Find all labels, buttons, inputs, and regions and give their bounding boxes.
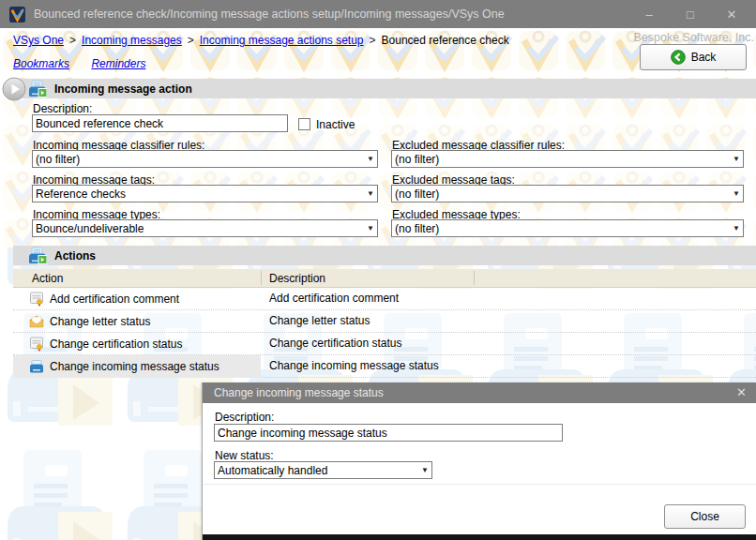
breadcrumb-separator: > [69,34,76,47]
excluded-types-dropdown[interactable]: (no filter) ▼ [391,219,744,237]
section-header-incoming-message-action: Incoming message action [13,79,756,98]
dialog-close-button[interactable]: Close [664,504,746,529]
dialog-bottom-edge [203,534,756,540]
breadcrumb-link-vsys-one[interactable]: VSys One [13,34,64,47]
incoming-classifier-rules-dropdown[interactable]: (no filter) ▼ [32,150,378,168]
vsys-logo-icon [9,7,25,22]
back-arrow-icon [671,50,686,65]
actions-table-header: Action Description [13,269,756,288]
column-header-description[interactable]: Description [269,272,325,285]
incoming-message-action-icon [28,80,47,98]
window-titlebar: Bounced reference check/Incoming message… [0,0,756,28]
bookmarks-link[interactable]: Bookmarks [13,57,69,70]
incoming-tags-dropdown[interactable]: Reference checks ▼ [32,185,378,202]
excluded-tags-dropdown[interactable]: (no filter) ▼ [391,185,744,202]
actions-section-title: Actions [54,249,96,262]
dropdown-value: (no filter) [395,188,439,201]
new-status-dropdown[interactable]: Automatically handled ▼ [214,461,432,479]
dialog-titlebar: Change incoming message status ✕ [203,382,756,403]
dropdown-value: (no filter) [395,222,439,235]
reminders-link[interactable]: Reminders [91,57,145,70]
window-title: Bounced reference check/Incoming message… [34,8,505,21]
dropdown-value: Reference checks [36,188,126,201]
dropdown-value: (no filter) [36,153,80,166]
breadcrumb-separator: > [188,34,194,47]
company-label: Bespoke Software, Inc. [633,31,754,44]
column-divider [474,271,475,285]
dialog-close-icon[interactable]: ✕ [736,385,747,399]
description-cell: Change letter status [269,314,370,327]
action-cell: Change incoming message status [50,360,219,373]
chevron-down-icon: ▼ [367,189,374,198]
incoming-types-dropdown[interactable]: Bounce/undeliverable ▼ [32,219,378,237]
dropdown-value: Bounce/undeliverable [36,222,144,235]
description-cell: Change incoming message status [269,359,439,372]
letter-icon [29,314,44,329]
close-window-button[interactable]: ✕ [711,8,752,22]
window-controls: – □ ✕ [628,0,752,28]
dropdown-value: (no filter) [395,153,439,166]
section-expander-button[interactable] [2,77,26,104]
dialog-divider [204,484,756,485]
quick-links: Bookmarks Reminders [13,57,164,70]
action-cell: Change certification status [50,338,182,351]
breadcrumb-current: Bounced reference check [382,34,509,47]
breadcrumb-link-actions-setup[interactable]: Incoming message actions setup [200,34,364,47]
description-input[interactable] [32,114,288,132]
inactive-checkbox-label: Inactive [316,118,355,131]
app-window: Bounced reference check/Incoming message… [0,0,756,540]
section-header-actions: Actions [13,246,756,265]
dialog-title: Change incoming message status [214,386,384,399]
action-cell: Add certification comment [50,292,179,306]
section-title: Incoming message action [54,82,192,96]
chevron-down-icon: ▼ [367,155,374,163]
description-cell: Change certification status [269,337,401,350]
table-row-change-certification-status[interactable]: Change certification status Change certi… [13,333,756,355]
change-incoming-message-status-dialog: Change incoming message status ✕ Descrip… [202,382,756,540]
column-divider [261,271,262,285]
breadcrumb: VSys One>Incoming messages>Incoming mess… [13,34,509,47]
dialog-description-input[interactable] [214,424,563,442]
excluded-classifier-rules-dropdown[interactable]: (no filter) ▼ [391,150,744,168]
actions-icon [28,247,47,265]
certificate-comment-icon [29,337,44,352]
chevron-down-icon: ▼ [367,224,374,232]
breadcrumb-separator: > [370,34,376,47]
certificate-comment-icon [29,292,44,307]
chevron-down-icon: ▼ [733,155,740,163]
description-cell: Add certification comment [269,292,399,305]
dialog-description-label: Description: [215,411,274,424]
breadcrumb-link-incoming-messages[interactable]: Incoming messages [82,34,182,47]
chevron-down-icon: ▼ [733,224,740,232]
dropdown-value: Automatically handled [218,464,327,477]
table-row-change-letter-status[interactable]: Change letter status Change letter statu… [13,310,756,333]
back-button[interactable]: Back [640,44,747,70]
table-row-add-certification-comment[interactable]: Add certification comment Add certificat… [13,288,756,310]
inbox-icon [29,359,44,374]
chevron-down-icon: ▼ [421,466,429,474]
chevron-down-icon: ▼ [733,189,740,198]
table-row-change-incoming-message-status[interactable]: Change incoming message status Change in… [13,355,756,378]
description-label: Description: [33,102,92,115]
action-cell: Change letter status [50,315,150,328]
back-button-label: Back [691,51,717,64]
actions-table: Add certification comment Add certificat… [13,288,756,378]
new-status-label: New status: [215,449,274,462]
minimize-button[interactable]: – [628,8,670,22]
maximize-button[interactable]: □ [670,8,711,22]
column-header-action[interactable]: Action [32,272,63,285]
inactive-checkbox[interactable] [298,118,310,130]
